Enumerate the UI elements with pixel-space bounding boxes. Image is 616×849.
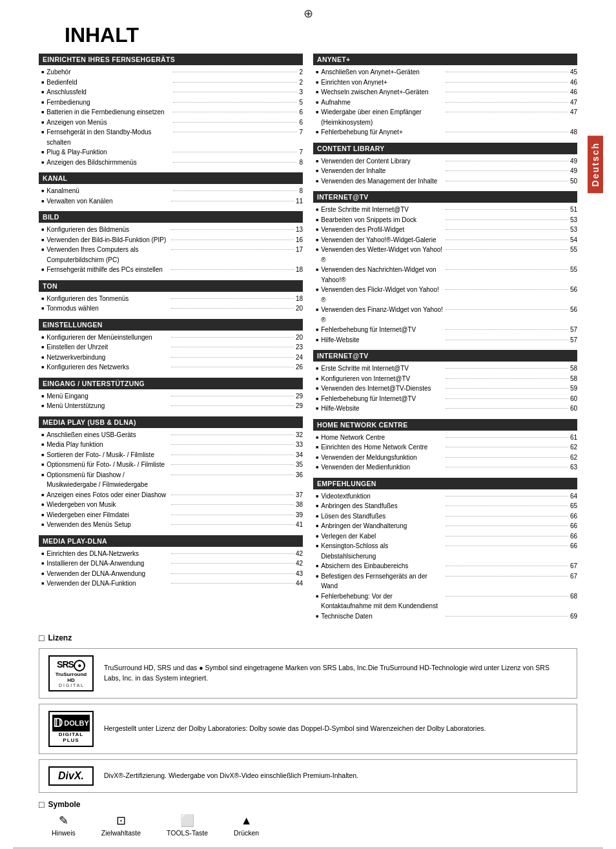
symbol-item: ✎Hinweis bbox=[52, 815, 76, 837]
toc-entry: Erste Schritte mit Internet@TV51 bbox=[313, 205, 577, 215]
toc-page-number: 64 bbox=[570, 491, 577, 502]
toc-entry: Verwenden der Content Library49 bbox=[313, 156, 577, 167]
toc-entry: Verwenden der Bild-in-Bild-Funktion (PIP… bbox=[39, 235, 303, 245]
toc-entry-text: Bedienfeld bbox=[46, 77, 171, 88]
toc-dots bbox=[446, 220, 568, 220]
toc-page-number: 32 bbox=[296, 430, 303, 440]
toc-entry: Verwenden der Inhalte49 bbox=[313, 166, 577, 176]
toc-page-number: 37 bbox=[296, 490, 303, 500]
section-header: MEDIA PLAY-DLNA bbox=[39, 535, 303, 547]
toc-entry-text: Verwalten von Kanälen bbox=[46, 196, 169, 207]
symbols-title: Symbole bbox=[39, 799, 577, 810]
toc-dots bbox=[446, 516, 568, 517]
toc-entry-text: Wiedergabe über einen Empfänger (Heimkin… bbox=[321, 107, 444, 127]
toc-page-number: 59 bbox=[570, 384, 577, 394]
srs-license-box: SRS● TruSurround HD D I G I T A L TruSur… bbox=[39, 648, 577, 699]
toc-entry: Verwenden Ihres Computers als Computerbi… bbox=[39, 245, 303, 265]
toc-page-number: 67 bbox=[570, 571, 577, 582]
toc-entry-text: Videotextfunktion bbox=[321, 491, 444, 502]
section-header: HOME NETWORK CENTRE bbox=[313, 419, 577, 431]
toc-page-number: 57 bbox=[570, 325, 577, 335]
toc-dots bbox=[446, 170, 568, 171]
toc-dots bbox=[446, 229, 568, 230]
toc-page-number: 58 bbox=[570, 374, 577, 384]
toc-page-number: 36 bbox=[296, 470, 303, 480]
toc-entry: Zubehör2 bbox=[39, 67, 303, 77]
toc-dots bbox=[171, 583, 294, 584]
toc-entry-text: Verwenden des Flickr-Widget von Yahoo!® bbox=[321, 285, 444, 305]
toc-entry: Anzeigen des Bildschirmmenüs8 bbox=[39, 158, 303, 168]
toc-dots bbox=[173, 72, 298, 72]
toc-dots bbox=[446, 368, 568, 369]
toc-entry: Anzeigen eines Fotos oder einer Diashow3… bbox=[39, 490, 303, 500]
toc-entry-text: Zubehör bbox=[46, 67, 171, 77]
toc-page-number: 20 bbox=[296, 332, 303, 343]
toc-dots bbox=[171, 357, 294, 358]
dolby-license-text: Hergestellt unter Lizenz der Dolby Labor… bbox=[104, 724, 486, 734]
toc-entry-text: Verwenden der Content Library bbox=[321, 156, 444, 167]
symbol-label: Drücken bbox=[234, 829, 259, 837]
toc-section: INTERNET@TVErste Schritte mit Internet@T… bbox=[313, 191, 577, 345]
toc-entry: Erste Schritte mit Internet@TV58 bbox=[313, 363, 577, 374]
toc-entry-text: Anschließen eines USB-Geräts bbox=[46, 430, 169, 440]
toc-dots bbox=[446, 467, 568, 467]
toc-entry-text: Wiedergeben von Musik bbox=[46, 500, 169, 510]
symbols-row: ✎Hinweis⊡Zielwahltaste⬜TOOLS-Taste▲Drück… bbox=[39, 815, 577, 837]
dolby-logo: 𝔻 DOLBY DIGITAL PLUS bbox=[48, 711, 94, 747]
toc-entry: Sortieren der Foto- / Musik- / Filmliste… bbox=[39, 450, 303, 460]
toc-entry: Fehlerbehebung: Vor der Kontaktaufnahme … bbox=[313, 591, 577, 611]
toc-dots bbox=[171, 515, 294, 515]
toc-page-number: 24 bbox=[296, 353, 303, 363]
toc-entry-text: Fehlerbehebung für Internet@TV bbox=[321, 325, 444, 335]
toc-dots bbox=[446, 408, 568, 409]
toc-dots bbox=[446, 209, 568, 210]
toc-entry-text: Verwenden Ihres Computers als Computerbi… bbox=[46, 245, 169, 265]
toc-entry-text: Fernsehgerät in den Standby-Modus schalt… bbox=[46, 127, 171, 147]
toc-entry-text: Verwenden des Profil-Widget bbox=[321, 225, 444, 235]
toc-entry: Fernbedienung5 bbox=[39, 97, 303, 108]
toc-page-number: 47 bbox=[570, 97, 577, 108]
toc-entry-text: Einstellen der Uhrzeit bbox=[46, 342, 169, 353]
toc-dots bbox=[171, 347, 294, 347]
toc-entry: Verwenden der Medienfunktion63 bbox=[313, 462, 577, 473]
toc-page-number: 2 bbox=[299, 67, 303, 77]
toc-entry-text: Konfigurieren von Internet@TV bbox=[321, 374, 444, 384]
toc-dots bbox=[171, 405, 294, 406]
toc-dots bbox=[171, 269, 294, 270]
toc-page-number: 7 bbox=[299, 147, 303, 158]
toc-page-number: 51 bbox=[570, 205, 577, 215]
toc-entry-text: Verwenden des Wetter-Widget von Yahoo!® bbox=[321, 245, 444, 265]
toc-page-number: 42 bbox=[296, 549, 303, 559]
toc-entry-text: Plug & Play-Funktion bbox=[46, 147, 171, 158]
toc-dots bbox=[446, 566, 568, 566]
toc-page-number: 66 bbox=[570, 531, 577, 542]
toc-entry-text: Anschlussfeld bbox=[46, 87, 171, 97]
toc-page-number: 49 bbox=[570, 156, 577, 167]
toc-entry: Konfigurieren von Internet@TV58 bbox=[313, 374, 577, 384]
section-header: EINRICHTEN IHRES FERNSEHGERÄTS bbox=[39, 54, 303, 65]
toc-dots bbox=[171, 573, 294, 574]
toc-dots bbox=[173, 82, 298, 83]
toc-section: EINGANG / UNTERSTÜTZUNGMenü Eingang29Men… bbox=[39, 378, 303, 411]
toc-entry-text: Media Play funktion bbox=[46, 440, 169, 450]
toc-entry: Befestigen des Fernsehgeräts an der Wand… bbox=[313, 571, 577, 591]
toc-dots bbox=[446, 536, 568, 537]
toc-page-number: 54 bbox=[570, 235, 577, 245]
toc-entry-text: Kensington-Schloss als Diebstahlsicherun… bbox=[321, 541, 444, 561]
toc-dots bbox=[446, 102, 568, 103]
toc-page-number: 42 bbox=[296, 558, 303, 569]
toc-page-number: 5 bbox=[299, 97, 303, 108]
toc-page-number: 46 bbox=[570, 87, 577, 97]
toc-entry-text: Anzeigen des Bildschirmmenüs bbox=[46, 158, 171, 168]
toc-page-number: 56 bbox=[570, 285, 577, 295]
toc-page-number: 20 bbox=[296, 303, 303, 314]
toc-dots bbox=[446, 132, 568, 132]
section-header: INTERNET@TV bbox=[313, 191, 577, 203]
toc-entry: Fehlerbehebung für Internet@TV60 bbox=[313, 394, 577, 404]
toc-entry-text: Verwenden des Internet@TV-Dienstes bbox=[321, 384, 444, 394]
toc-right-column: ANYNET+Anschließen von Anynet+-Geräten45… bbox=[313, 54, 577, 626]
toc-dots bbox=[173, 132, 298, 132]
toc-dots bbox=[446, 309, 568, 310]
toc-entry: Anbringen des Standfußes65 bbox=[313, 501, 577, 511]
divx-license-box: DivX. DivX®-Zertifizierung. Wiedergabe v… bbox=[39, 759, 577, 793]
